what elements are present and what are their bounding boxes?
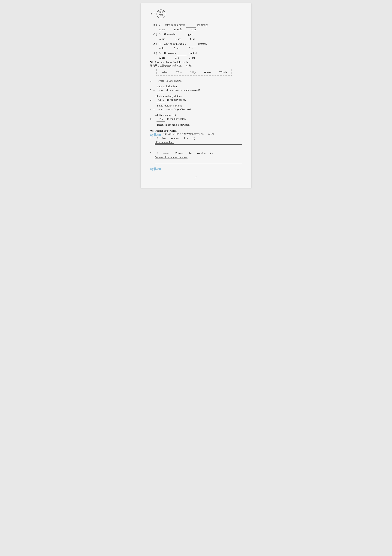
fill-rest: do you play sports? [167,98,186,101]
section-vii-title: Read and choose the right words. [155,61,189,64]
answer-line-container: I like summer best. [155,141,242,149]
rearrange-question: 2.IsummerBecauselikevacation(.)Because I… [150,152,242,164]
word-box: WhenWhatWhyWhereWhich [156,69,232,76]
section-viii-title: Rearrange the words. [155,129,177,132]
grade-line1: 五年级 [158,11,164,14]
fill-dash: — [153,108,156,111]
rearrange-word: summer [171,137,179,140]
rearrange-word: like [184,137,188,140]
fill-dash: — [153,79,156,82]
fill-rest: do you often do on the weekend? [167,89,200,92]
fill-rest: do you like winter? [167,117,186,120]
section-vii-roman: Ⅶ. [150,61,154,64]
page-number: 7 [150,176,242,178]
fill-answer: Where [156,78,165,83]
fill-questions: 1. — Where is your mother? —She's in the… [150,78,242,126]
header: 英语 五年级 下册 [150,9,242,18]
options-row: A. areB. isC. am [159,56,242,59]
q-text: I often go on a picnic my family. [164,23,208,28]
fill-dash: — [153,98,156,101]
rearrange-words-row: 2.IsummerBecauselikevacation(.) [150,152,242,155]
q-num: 2. [159,23,162,27]
rearrange-num: 2. [150,152,152,155]
fill-dash: — [153,117,156,120]
fill-q-num: 3. [150,98,152,101]
option: A. am [159,38,165,40]
option: C. at [189,47,193,50]
watermark-top: zyjl.cn [150,132,161,137]
fill-response: —I like summer best. [155,114,242,117]
answer-badge: （ A ） [150,51,158,56]
q-num: 5. [159,51,162,56]
rearrange-question: 1.Ibestsummerlike(.)I like summer best. [150,137,242,149]
q-num: 4. [159,42,162,46]
grade-badge: 五年级 下册 [156,9,165,18]
fill-response: —I play sports at 4 o'clock. [155,104,242,107]
blank [186,23,196,28]
rearrange-word: (.) [193,137,195,140]
section-vii-header: Ⅶ. Read and choose the right words. [150,61,242,64]
fill-question: 5. — Why do you like winter? [150,117,242,122]
q-num: 3. [159,32,162,37]
options-row: A. amB. areC. is [159,38,242,40]
option: B. is [175,56,179,59]
fill-q-num: 1. [150,79,152,82]
bottom-watermark: zyjl.cn [150,167,161,171]
mcq-section: （ B ） 2. I often go on a picnic my famil… [150,23,242,59]
answer-line: Because I like summer vacation. [155,156,242,159]
options-row: A. inB. onC. at [159,47,242,50]
bottom-watermark-area: zyjl.cn [150,167,242,171]
grade-line2: 下册 [159,14,163,17]
answer-line: I like summer best. [155,141,242,145]
section-viii-roman: Ⅷ. [150,129,154,132]
section-viii-subtitle: 连词成句，注意首字母大写和标点符号。（10 分） [163,132,215,135]
answer-line-empty [155,160,242,164]
word-box-item: Why [190,71,196,74]
section-viii-subtitle-row: zyjl.cn 连词成句，注意首字母大写和标点符号。（10 分） [150,132,242,137]
subject-label: 英语 [150,12,155,16]
blank [187,42,196,46]
options-row: A. onB. withC. at [159,28,242,31]
q-text: The colours beautiful！ [164,51,199,56]
mcq-question: （ C ） 3. The weather good. [150,32,242,37]
fill-answer: Which [156,107,165,112]
answer-badge: （ B ） [150,23,158,27]
rearrange-num: 1. [150,137,152,140]
rearrange-word: like [188,152,192,155]
word-box-item: Where [204,71,211,74]
fill-answer: When [156,98,165,102]
word-box-item: When [161,71,168,74]
answer-badge: （ C ） [150,32,158,37]
fill-q-num: 2. [150,89,152,92]
rearrange-word: best [162,137,167,140]
fill-answer: What [156,88,165,93]
fill-rest: is your mother? [167,79,182,82]
page: 英语 五年级 下册 （ B ） 2. I often go on a picni… [141,3,251,188]
option: A. on [159,28,165,31]
option: C. at [191,28,196,31]
fill-response: —I often wash my clothes. [155,95,242,98]
rearrange-word: vacation [197,152,206,155]
blank [177,51,186,56]
section-vii-subtitle: 读句子，选择恰当的单词填空。（10 分） [150,64,242,67]
section-viii-header-row: Ⅷ. Rearrange the words. [150,129,242,132]
fill-rest: season do you like best? [167,108,191,111]
fill-response: —She's in the kitchen. [155,85,242,88]
blank [177,32,187,37]
rearrange-word: Because [175,152,184,155]
mcq-question: （ A ） 4. What do you often do summer? [150,42,242,46]
rearrange-word: (.) [210,152,213,155]
option: B. on [174,47,179,50]
word-box-item: Which [219,71,227,74]
fill-question: 4. — Which season do you like best? [150,107,242,112]
answer-badge: （ A ） [150,42,158,46]
fill-q-num: 4. [150,108,152,111]
option: B. with [174,28,182,31]
option: C. am [189,56,195,59]
rearrange-words-row: 1.Ibestsummerlike(.) [150,137,242,140]
fill-question: 2. — What do you often do on the weekend… [150,88,242,93]
answer-line-container: Because I like summer vacation. [155,156,242,164]
mcq-question: （ A ） 5. The colours beautiful！ [150,51,242,56]
q-text: The weather good. [164,32,194,37]
fill-q-num: 5. [150,117,152,120]
